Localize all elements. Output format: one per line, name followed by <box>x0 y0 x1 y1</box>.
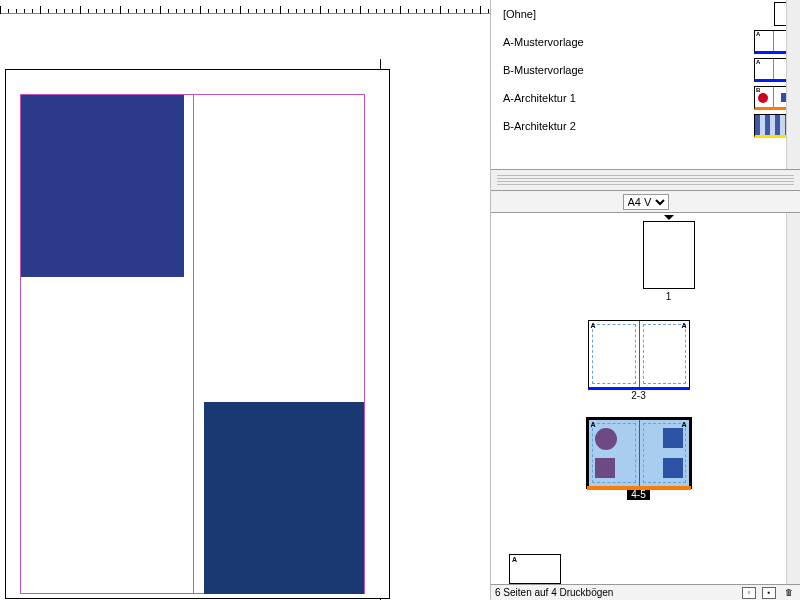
frame-bottom-right[interactable] <box>204 402 364 594</box>
master-label: A-Mustervorlage <box>503 36 754 48</box>
spread-label-selected: 4-5 <box>627 489 649 500</box>
pages-scrollbar[interactable] <box>786 213 800 584</box>
new-spread-icon[interactable]: ▪ <box>762 587 776 599</box>
master-label: A-Architektur 1 <box>503 92 754 104</box>
page-format-select[interactable]: A4 V <box>623 194 669 210</box>
horizontal-ruler <box>0 0 490 14</box>
masters-scrollbar[interactable] <box>786 0 800 169</box>
spread-1[interactable] <box>643 221 695 289</box>
panels-column: [Ohne] A-Mustervorlage A A B-Mustervorla… <box>490 0 800 600</box>
thumb-shape-circle <box>595 428 617 450</box>
pages-panel-body[interactable]: 1 A A 2-3 A A <box>491 213 786 584</box>
master-pages-panel: [Ohne] A-Mustervorlage A A B-Mustervorla… <box>491 0 800 170</box>
master-item-b-architektur-2[interactable]: B-Architektur 2 <box>491 112 800 140</box>
frame-top-left[interactable] <box>21 95 184 277</box>
master-item-a-mustervorlage[interactable]: A-Mustervorlage A A <box>491 28 800 56</box>
status-text: 6 Seiten auf 4 Druckbögen <box>495 587 736 598</box>
spread-label: 1 <box>666 291 672 302</box>
master-item-a-architektur-1[interactable]: A-Architektur 1 B B <box>491 84 800 112</box>
spread-6-partial[interactable]: A <box>509 554 561 584</box>
spread-label: 2-3 <box>631 390 645 401</box>
thumb-shape-square <box>663 428 683 448</box>
document-canvas[interactable] <box>0 14 490 600</box>
master-item-b-mustervorlage[interactable]: B-Mustervorlage A A <box>491 56 800 84</box>
delete-page-icon[interactable]: 🗑 <box>782 587 796 599</box>
spread-4-5[interactable]: A A <box>588 419 690 487</box>
panel-divider[interactable] <box>497 175 794 185</box>
master-label: B-Mustervorlage <box>503 64 754 76</box>
thumb-shape-square <box>663 458 683 478</box>
master-label: B-Architektur 2 <box>503 120 754 132</box>
master-label: [Ohne] <box>503 8 774 20</box>
column-guide <box>193 95 194 593</box>
thumb-shape-square <box>595 458 615 478</box>
spread-2-3[interactable]: A A <box>588 320 690 388</box>
pages-panel-header: A4 V <box>491 191 800 213</box>
page-margins <box>20 94 365 594</box>
pages-status-bar: 6 Seiten auf 4 Druckbögen ▫ ▪ 🗑 <box>491 584 800 600</box>
master-item-none[interactable]: [Ohne] <box>491 0 800 28</box>
new-page-icon[interactable]: ▫ <box>742 587 756 599</box>
pages-panel: A4 V 1 A A 2-3 A <box>491 190 800 584</box>
